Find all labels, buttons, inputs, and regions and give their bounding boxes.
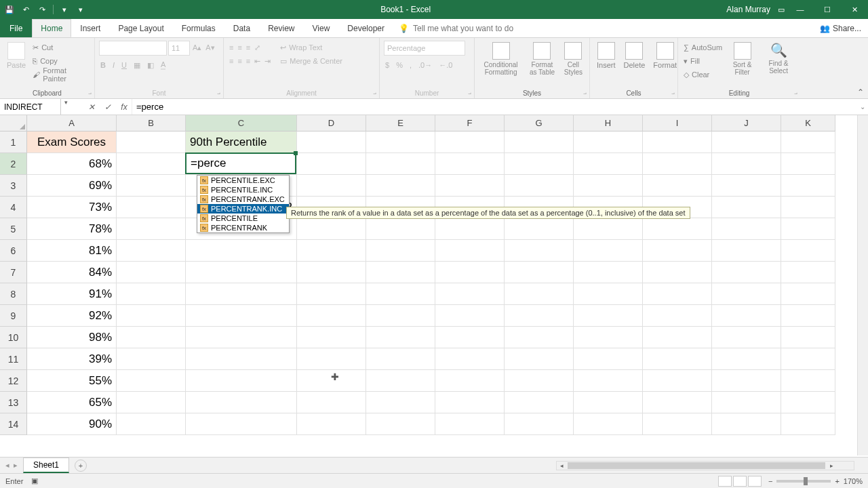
decrease-indent-button[interactable]: ⇤ [253,54,262,68]
cell[interactable] [505,262,574,283]
autocomplete-item[interactable]: fxPERCENTRANK [197,223,289,232]
cell[interactable] [643,240,712,262]
italic-button[interactable]: I [111,58,116,72]
font-size-combo[interactable]: 11 [168,41,190,56]
cell[interactable]: 68% [27,153,117,175]
cell[interactable] [297,175,366,197]
tab-page-layout[interactable]: Page Layout [109,19,172,37]
cell[interactable] [297,327,366,348]
delete-cells-button[interactable]: Delete [621,41,648,70]
redo-icon[interactable]: ↷ [37,4,47,15]
horizontal-scrollbar[interactable]: ◂ ▸ [556,461,854,470]
column-header[interactable]: B [117,115,186,131]
tell-me-search[interactable]: 💡 Tell me what you want to do [393,19,519,37]
cell[interactable]: 90th Percentile [186,131,297,153]
cell[interactable] [574,413,643,435]
grow-font-button[interactable]: A▴ [191,41,203,54]
cell[interactable] [435,392,505,413]
cell[interactable] [297,348,366,370]
cell[interactable] [505,175,574,197]
cell[interactable] [186,305,297,327]
cell[interactable] [297,262,366,283]
increase-decimal-button[interactable]: .0→ [417,58,433,72]
insert-cells-button[interactable]: Insert [594,41,618,70]
row-header[interactable]: 13 [0,392,27,413]
cell[interactable] [186,413,297,435]
cell[interactable] [297,283,366,305]
cell[interactable]: 55% [27,370,117,392]
cell[interactable] [366,305,435,327]
cell[interactable] [781,218,835,240]
normal-view-button[interactable] [718,476,732,487]
cell[interactable]: 73% [27,197,117,218]
cell[interactable] [781,153,835,175]
align-left-button[interactable]: ≡ [228,54,235,68]
row-header[interactable]: 2 [0,153,27,175]
cell[interactable] [186,392,297,413]
cell[interactable] [117,175,186,197]
cell[interactable] [781,197,835,218]
cell[interactable] [117,348,186,370]
touch-mode-icon[interactable]: ▾ [59,4,70,15]
cell[interactable] [435,370,505,392]
cell[interactable] [574,370,643,392]
row-header[interactable]: 11 [0,348,27,370]
cell[interactable] [781,327,835,348]
autocomplete-item[interactable]: fxPERCENTILE.EXC [197,176,289,185]
cell[interactable] [117,370,186,392]
cell[interactable] [366,175,435,197]
autocomplete-item[interactable]: fxPERCENTILE.INC [197,185,289,195]
cell[interactable]: Exam Scores [27,131,117,153]
save-icon[interactable]: 💾 [4,4,15,15]
cell[interactable] [781,283,835,305]
font-name-combo[interactable] [99,41,167,56]
tab-view[interactable]: View [304,19,339,37]
row-header[interactable]: 6 [0,240,27,262]
tab-formulas[interactable]: Formulas [173,19,224,37]
cell[interactable] [297,413,366,435]
zoom-level[interactable]: 170% [844,477,863,485]
cell[interactable]: 90% [27,413,117,435]
cell[interactable] [712,197,781,218]
row-header[interactable]: 7 [0,262,27,283]
decrease-decimal-button[interactable]: ←.0 [437,58,454,72]
increase-indent-button[interactable]: ⇥ [263,54,272,68]
cell[interactable] [712,413,781,435]
autocomplete-item[interactable]: fxPERCENTRANK.INC [197,204,289,214]
cell[interactable] [574,283,643,305]
undo-icon[interactable]: ↶ [20,4,31,15]
cell[interactable] [366,283,435,305]
find-select-button[interactable]: 🔍Find & Select [761,41,796,76]
cell[interactable] [643,175,712,197]
cell[interactable] [781,392,835,413]
cell[interactable] [297,240,366,262]
maximize-button[interactable]: ☐ [814,0,841,19]
collapse-ribbon-button[interactable]: ⌃ [857,87,864,97]
sheet-tab-sheet1[interactable]: Sheet1 [23,458,69,473]
cell[interactable] [505,305,574,327]
cell[interactable] [574,218,643,240]
cell[interactable] [366,413,435,435]
cell[interactable] [435,348,505,370]
column-header[interactable]: F [435,115,505,131]
enter-formula-button[interactable]: ✓ [103,102,113,112]
cell[interactable] [117,218,186,240]
cell[interactable] [435,131,505,153]
cell[interactable] [505,240,574,262]
cell[interactable] [117,262,186,283]
page-break-view-button[interactable] [748,476,762,487]
align-middle-button[interactable]: ≡ [236,41,243,54]
cell[interactable] [505,392,574,413]
cell[interactable] [435,413,505,435]
cell[interactable] [712,240,781,262]
cell[interactable] [366,153,435,175]
row-header[interactable]: 1 [0,131,27,153]
column-header[interactable]: D [297,115,366,131]
underline-button[interactable]: U [120,58,128,72]
cell[interactable] [117,131,186,153]
cell[interactable] [574,175,643,197]
cell[interactable] [712,348,781,370]
fill-button[interactable]: ▾Fill [682,54,724,68]
cell[interactable] [435,283,505,305]
cancel-formula-button[interactable]: ✕ [87,102,96,112]
